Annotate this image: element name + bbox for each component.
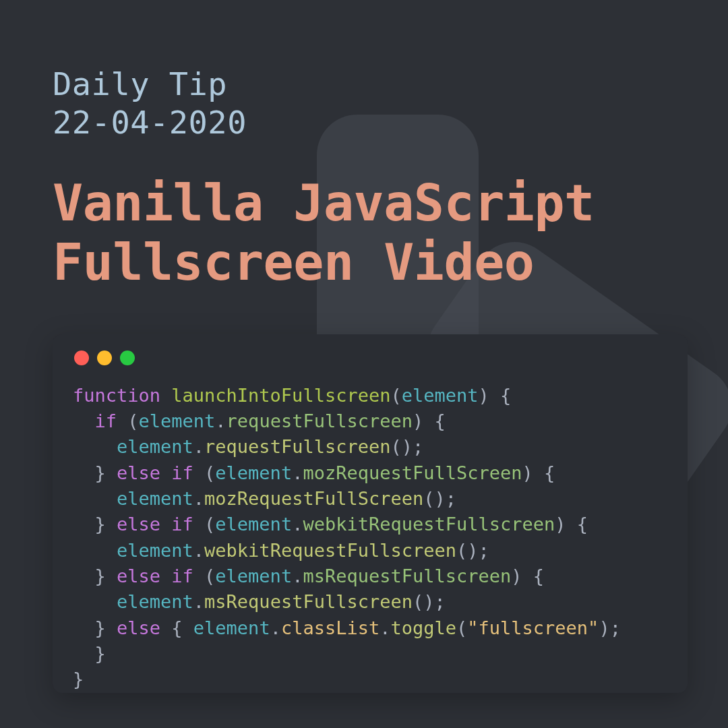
code-token: . — [215, 411, 226, 431]
code-token: else if — [117, 566, 193, 586]
code-token — [73, 488, 117, 509]
code-token: element — [117, 488, 193, 509]
code-token: ( — [193, 514, 216, 535]
code-token: else if — [117, 514, 193, 535]
code-token: . — [193, 591, 204, 612]
subtitle-line-2: 22-04-2020 — [53, 104, 247, 141]
code-token: mozRequestFullScreen — [204, 488, 423, 509]
title-line-1: Vanilla JavaScript — [53, 173, 595, 233]
code-token: . — [270, 617, 281, 638]
close-icon — [74, 351, 89, 365]
code-token: ); — [599, 617, 621, 638]
code-token: toggle — [390, 617, 456, 638]
code-token: launchIntoFullscreen — [171, 385, 390, 406]
code-token: element — [139, 411, 216, 431]
code-token: . — [193, 540, 204, 561]
code-token: (); — [423, 488, 456, 509]
code-token: else if — [117, 462, 193, 483]
code-token: if — [95, 411, 117, 431]
code-token: element — [215, 514, 292, 535]
subtitle: Daily Tip 22-04-2020 — [53, 65, 688, 142]
code-token: element — [402, 385, 479, 406]
code-token: ) { — [555, 514, 588, 535]
code-token: (); — [456, 540, 489, 561]
code-token: } — [73, 643, 106, 664]
code-token — [73, 591, 117, 612]
code-token: element — [117, 436, 193, 457]
code-window: function launchIntoFullscreen(element) {… — [53, 334, 688, 693]
code-token: } — [73, 514, 117, 535]
code-token: element — [215, 566, 292, 586]
maximize-icon — [120, 351, 135, 365]
code-token: classList — [281, 617, 380, 638]
code-token: else — [117, 617, 160, 638]
code-token: requestFullscreen — [204, 436, 390, 457]
code-token: ( — [117, 411, 139, 431]
title-line-2: Fullscreen Video — [53, 233, 534, 292]
code-token: . — [380, 617, 390, 638]
minimize-icon — [97, 351, 112, 365]
code-token: ) { — [522, 462, 555, 483]
code-token: . — [292, 566, 303, 586]
code-token: mozRequestFullScreen — [303, 462, 522, 483]
code-token: webkitRequestFullscreen — [204, 540, 456, 561]
code-token — [160, 385, 171, 406]
code-token: ( — [456, 617, 467, 638]
code-token — [73, 436, 117, 457]
code-token: msRequestFullscreen — [303, 566, 511, 586]
code-token — [73, 540, 117, 561]
code-token: . — [292, 514, 303, 535]
code-token: . — [292, 462, 303, 483]
code-token: ( — [193, 566, 216, 586]
code-token: (); — [413, 591, 446, 612]
code-token: ( — [193, 462, 216, 483]
code-token: } — [73, 462, 117, 483]
page-title: Vanilla JavaScript Fullscreen Video — [53, 173, 688, 293]
code-token: . — [193, 488, 204, 509]
code-block: function launchIntoFullscreen(element) {… — [73, 383, 667, 693]
code-token: } — [73, 566, 117, 586]
content-area: Daily Tip 22-04-2020 Vanilla JavaScript … — [0, 0, 728, 693]
code-token: requestFullscreen — [226, 411, 413, 431]
window-traffic-lights — [74, 351, 667, 365]
subtitle-line-1: Daily Tip — [53, 65, 227, 102]
code-token: webkitRequestFullscreen — [303, 514, 555, 535]
code-token: ) { — [511, 566, 544, 586]
code-token: ( — [390, 385, 401, 406]
code-token: ) { — [413, 411, 446, 431]
code-token — [73, 411, 95, 431]
code-token: element — [117, 591, 193, 612]
code-token: (); — [390, 436, 423, 457]
code-token: } — [73, 617, 117, 638]
code-token: function — [73, 385, 160, 406]
code-token: element — [215, 462, 292, 483]
code-token: . — [193, 436, 204, 457]
code-token: "fullscreen" — [467, 617, 599, 638]
code-token: { — [160, 617, 193, 638]
code-token: msRequestFullscreen — [204, 591, 413, 612]
code-token: } — [73, 669, 84, 690]
code-token: ) { — [478, 385, 511, 406]
code-token: element — [193, 617, 270, 638]
code-token: element — [117, 540, 193, 561]
